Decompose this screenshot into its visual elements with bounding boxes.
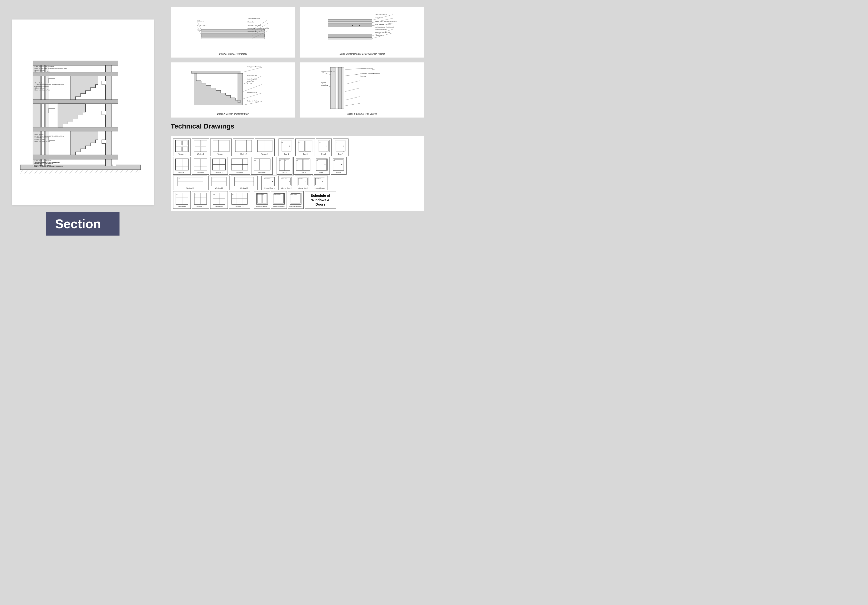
svg-text:Mortar Core: Mortar Core	[247, 81, 254, 82]
svg-rect-43	[48, 108, 55, 113]
internal-door-4-item: Internal Door 4 Internal Door 4	[312, 176, 328, 190]
svg-text:Internal Window 3: Internal Window 3	[290, 194, 298, 195]
door-3-label: Door 3	[321, 153, 326, 155]
window-6-label: Window 6	[178, 172, 186, 173]
internal-door-4-label: Internal Door 4	[315, 187, 325, 189]
window-17-label: Window 17	[215, 206, 223, 207]
svg-rect-33	[33, 155, 118, 159]
svg-text:Internal Door 3: Internal Door 3	[298, 178, 304, 179]
svg-rect-86	[323, 10, 401, 51]
window-13-item: 0.5 Window 13	[231, 176, 257, 190]
svg-rect-172	[201, 141, 206, 145]
svg-point-270	[322, 181, 323, 182]
detail-2-block: Tile or the Finishing Mortar Core Intern…	[300, 7, 425, 57]
svg-rect-71	[201, 37, 265, 39]
svg-text:Footing: Footing	[197, 29, 201, 31]
internal-window-1-label: Internal Window 1	[256, 206, 268, 207]
window-4-label: Window 4	[240, 153, 247, 155]
svg-rect-164	[176, 141, 181, 145]
internal-door-3-item: Internal Door 3 Internal Door 3	[295, 176, 311, 190]
svg-point-266	[305, 181, 306, 182]
window-8-item: Window 8	[210, 157, 228, 175]
door-7-label: Door 7	[319, 172, 324, 173]
door-3-item: 0.9 h Door 3	[316, 139, 332, 156]
svg-text:Tile (inc Per Finishing): Tile (inc Per Finishing)	[247, 100, 259, 102]
svg-rect-220	[254, 159, 270, 170]
svg-rect-282	[213, 193, 225, 204]
svg-rect-167	[183, 147, 188, 151]
window-14-item: 1.2 Window 14	[173, 191, 191, 209]
window-5-label: Window 5	[262, 153, 268, 155]
schedule-row-1: Window 1 Window 2	[173, 139, 422, 156]
svg-text:200 mm thick plaster & Paint: 200 mm thick plaster & Paint	[34, 89, 50, 91]
svg-rect-89	[328, 24, 372, 27]
schedule-row-3: 0.25 Window 11 0.9 Window 12 0.5 Window	[173, 176, 422, 190]
door-4-item: 1.2 h Door 4	[333, 139, 349, 156]
svg-rect-37	[33, 61, 118, 65]
window-7-label: Window 7	[197, 172, 204, 173]
svg-rect-205	[175, 159, 189, 170]
schedule-title-text: Schedule of Windows & Doors	[307, 193, 334, 207]
window-6-item: Window 6	[173, 157, 191, 175]
svg-text:TROWELED SMOOTH WITH HARDENER: TROWELED SMOOTH WITH HARDENER	[34, 161, 60, 163]
svg-text:Internal Window 1: Internal Window 1	[257, 194, 264, 195]
window-10-label: Window 10	[258, 172, 266, 173]
svg-text:0.5: 0.5	[235, 178, 236, 179]
internal-window-2-item: Internal Window 2 Internal Window 2	[271, 191, 287, 209]
door-1-label: Door 1	[284, 153, 289, 155]
door-6-item: 0.9 Door 6	[293, 157, 313, 175]
window-13-label: Window 13	[240, 187, 248, 189]
detail-3-block: Waiting (on for Finishing) Mortar Floor …	[171, 62, 295, 118]
svg-text:Sand IPS: Sand IPS	[321, 82, 327, 84]
details-row-1: Tile or the Finishing Mortar Core Sand (…	[171, 7, 425, 57]
svg-text:Soil/Building: Soil/Building	[197, 20, 204, 22]
window-12-item: 0.9 Window 12	[208, 176, 230, 190]
svg-text:screed Reinforced concrete: screed Reinforced concrete	[34, 86, 49, 87]
door-8-label: Door 8	[336, 172, 341, 173]
svg-text:Tile or the Finishing: Tile or the Finishing	[375, 13, 387, 15]
schedule-container: Window 1 Window 2	[171, 136, 425, 211]
svg-text:0.5: 0.5	[298, 142, 300, 143]
detail-1-block: Tile or the Finishing Mortar Core Sand (…	[171, 7, 295, 57]
svg-rect-141	[330, 67, 335, 109]
svg-point-262	[289, 181, 290, 182]
svg-text:1.2: 1.2	[176, 194, 178, 195]
svg-text:0/R: 0/R	[232, 194, 234, 195]
svg-text:Marble Core: Marble Core	[321, 85, 328, 86]
svg-text:Internal Door 1: Internal Door 1	[264, 178, 270, 179]
svg-rect-209	[194, 159, 207, 170]
svg-text:162.5 mm R/C slab: 162.5 mm R/C slab	[34, 87, 45, 89]
svg-text:Internal Data Door - Min Perfo: Internal Data Door - Min Performance	[375, 21, 397, 22]
internal-door-2-label: Internal Door 2	[281, 187, 291, 189]
internal-door-1-label: Internal Door 1	[264, 187, 274, 189]
svg-point-202	[343, 145, 344, 147]
svg-text:11.5 mm Poly bonded sarnafelt : 11.5 mm Poly bonded sarnafelt 75mm 62.5 …	[34, 84, 64, 85]
svg-point-92	[352, 25, 353, 26]
svg-text:Stone: Stone	[372, 69, 375, 70]
svg-text:0.5: 0.5	[316, 160, 318, 161]
svg-text:1.2: 1.2	[336, 142, 337, 143]
svg-text:0.9: 0.9	[212, 178, 213, 179]
detail-2-label: Detail 2: Internal Floor Detail (Between…	[339, 53, 384, 55]
svg-text:167 mm Blocking: 167 mm Blocking	[34, 133, 43, 135]
svg-rect-144	[342, 67, 344, 109]
svg-text:Mortar Core: Mortar Core	[248, 21, 256, 23]
svg-text:Internal Door 4: Internal Door 4	[315, 178, 321, 179]
technical-drawings-title: Technical Drawings	[171, 122, 425, 130]
detail-3-label: Detail 3: Section of Internal Stair	[217, 113, 248, 115]
svg-text:200 mm thick plaster & Paint: 200 mm thick plaster & Paint	[34, 71, 50, 73]
window-11-label: Window 11	[186, 187, 194, 189]
window-9-item: Window 9	[229, 157, 250, 175]
window-5-item: Window 5	[255, 139, 274, 156]
svg-text:Marble Floor Core: Marble Floor Core	[247, 92, 257, 93]
svg-rect-173	[195, 147, 200, 151]
svg-point-197	[327, 145, 327, 147]
svg-text:-12.5mm HAND CRUSHER COMPACTED: -12.5mm HAND CRUSHER COMPACTED FILL	[34, 166, 64, 167]
section-label: Section	[46, 212, 119, 235]
internal-window-3-item: Internal Window 3 Internal Window 3	[288, 191, 304, 209]
schedule-title-box: Schedule of Windows & Doors	[305, 191, 336, 209]
svg-text:167 mm Woodwool heat bonded sl: 167 mm Woodwool heat bonded slab	[34, 66, 55, 67]
svg-rect-36	[33, 72, 118, 76]
svg-text:1.0: 1.0	[213, 194, 215, 195]
schedule-row-2: Window 6 Window 7 Window 8	[173, 157, 422, 175]
